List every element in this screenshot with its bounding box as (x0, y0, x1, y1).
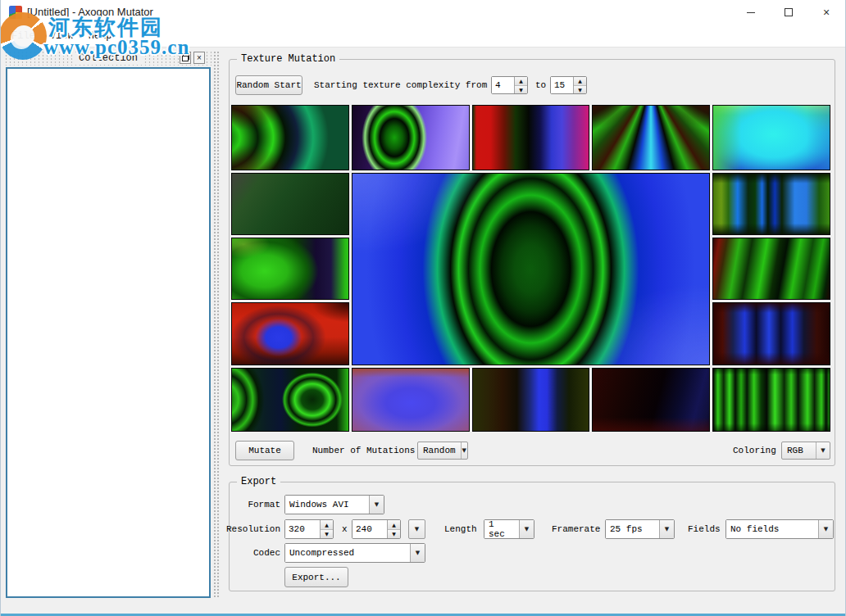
coloring-combobox[interactable]: RGB ▼ (781, 442, 830, 460)
texture-tile-left-2[interactable] (231, 238, 349, 300)
spin-up-icon[interactable]: ▲ (515, 77, 527, 85)
codec-combobox[interactable]: Uncompressed ▼ (284, 543, 425, 563)
mutations-label: Number of Mutations (312, 446, 415, 455)
collection-list[interactable] (6, 67, 211, 598)
menu-view[interactable]: View (43, 30, 81, 42)
dropdown-icon: ▼ (410, 544, 425, 562)
dropdown-icon: ▼ (816, 442, 830, 459)
dropdown-icon: ▼ (818, 520, 833, 538)
texture-tile-right-2[interactable] (712, 238, 830, 300)
format-label: Format (223, 500, 280, 510)
spin-up-icon[interactable]: ▲ (321, 520, 333, 529)
fields-combobox[interactable]: No fields ▼ (725, 519, 834, 539)
texture-mutation-group-title: Texture Mutation (237, 53, 339, 65)
window-title: [Untitled] - Axogon Mutator (27, 6, 153, 18)
texture-tile-bottom-4[interactable] (592, 368, 710, 432)
dock-close-button[interactable]: × (193, 52, 205, 64)
mutations-combobox[interactable]: Random ▼ (417, 442, 468, 460)
resolution-preset-button[interactable]: ▼ (408, 519, 425, 539)
to-label: to (535, 80, 546, 90)
texture-tile-top-3[interactable] (472, 105, 590, 170)
texture-tile-top-4[interactable] (592, 105, 710, 170)
length-value: 1 sec (484, 520, 519, 538)
resolution-width-input[interactable] (285, 520, 320, 538)
float-icon (182, 54, 189, 61)
texture-tile-center[interactable] (352, 173, 710, 365)
texture-tile-right-1[interactable] (712, 173, 830, 235)
fields-value: No fields (726, 520, 818, 538)
complexity-label: Starting texture complexity from (314, 80, 487, 90)
dropdown-icon: ▼ (519, 520, 534, 538)
fields-label: Fields (688, 524, 721, 534)
spin-down-icon[interactable]: ▼ (574, 85, 586, 94)
random-start-button[interactable]: Random Start (235, 75, 302, 95)
resolution-label: Resolution (223, 524, 280, 534)
length-label: Length (444, 524, 477, 534)
resolution-x-label: x (342, 524, 348, 534)
resolution-height-spinbox[interactable]: ▲▼ (352, 519, 401, 539)
export-button[interactable]: Export... (284, 567, 348, 587)
texture-tile-top-1[interactable] (231, 105, 349, 170)
close-button[interactable]: × (807, 0, 845, 25)
codec-value: Uncompressed (285, 544, 410, 562)
dock-float-button[interactable] (180, 52, 191, 64)
dropdown-icon: ▼ (461, 442, 467, 459)
spin-down-icon[interactable]: ▼ (515, 85, 527, 94)
maximize-icon (785, 8, 793, 16)
app-window: [Untitled] - Axogon Mutator × File View … (0, 0, 846, 616)
texture-tile-left-3[interactable] (231, 302, 349, 365)
coloring-label: Coloring (733, 446, 776, 455)
menu-help[interactable]: Help (81, 30, 120, 42)
title-bar[interactable]: [Untitled] - Axogon Mutator × (1, 0, 845, 25)
complexity-from-input[interactable] (492, 77, 514, 93)
maximize-button[interactable] (770, 0, 807, 25)
texture-tile-bottom-2[interactable] (352, 368, 470, 432)
texture-tile-top-2[interactable] (352, 105, 470, 170)
coloring-value: RGB (782, 442, 816, 459)
texture-grid (231, 105, 830, 432)
texture-tile-bottom-5[interactable] (712, 368, 830, 432)
complexity-to-input[interactable] (551, 77, 573, 93)
mutations-value: Random (418, 442, 461, 459)
texture-tile-left-1[interactable] (231, 173, 349, 235)
format-value: Windows AVI (285, 496, 369, 514)
complexity-to-spinbox[interactable]: ▲▼ (550, 76, 587, 94)
app-icon (9, 6, 22, 19)
menu-bar: File View Help (1, 25, 845, 48)
menu-file[interactable]: File (4, 30, 43, 42)
spin-down-icon[interactable]: ▼ (388, 529, 400, 539)
framerate-combobox[interactable]: 25 fps ▼ (605, 519, 675, 539)
length-combobox[interactable]: 1 sec ▼ (484, 519, 534, 539)
codec-label: Codec (223, 548, 280, 558)
texture-tile-top-5[interactable] (712, 105, 830, 170)
dropdown-icon: ▼ (659, 520, 674, 538)
framerate-value: 25 fps (606, 520, 659, 538)
resolution-width-spinbox[interactable]: ▲▼ (284, 519, 334, 539)
dropdown-icon: ▼ (409, 520, 425, 538)
spin-up-icon[interactable]: ▲ (574, 77, 586, 85)
format-combobox[interactable]: Windows AVI ▼ (284, 495, 384, 514)
texture-tile-bottom-3[interactable] (472, 368, 590, 432)
dock-splitter[interactable] (213, 51, 219, 599)
close-icon: × (823, 6, 830, 19)
resolution-height-input[interactable] (352, 520, 387, 538)
collection-dock-titlebar[interactable]: Collection × (4, 51, 212, 66)
spin-up-icon[interactable]: ▲ (388, 520, 400, 529)
texture-tile-right-3[interactable] (712, 302, 830, 365)
complexity-from-spinbox[interactable]: ▲▼ (491, 76, 528, 94)
minimize-icon (747, 12, 755, 13)
dock-close-icon: × (197, 53, 202, 62)
export-group-title: Export (237, 476, 280, 487)
framerate-label: Framerate (552, 524, 600, 534)
minimize-button[interactable] (732, 0, 770, 25)
dropdown-icon: ▼ (369, 496, 384, 514)
mutate-button[interactable]: Mutate (235, 441, 294, 460)
collection-dock-title: Collection (72, 52, 144, 64)
texture-tile-bottom-1[interactable] (231, 368, 349, 432)
spin-down-icon[interactable]: ▼ (321, 529, 333, 539)
